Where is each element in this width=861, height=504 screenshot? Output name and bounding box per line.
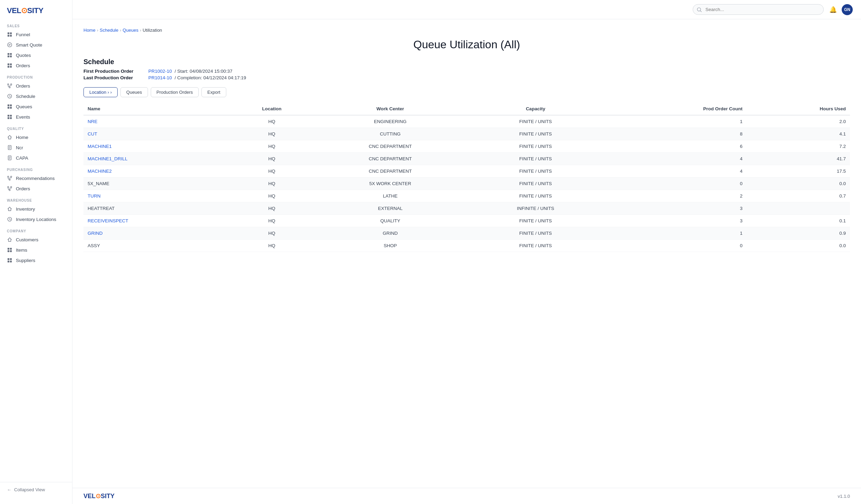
svg-rect-49 <box>8 261 9 262</box>
sidebar-item-label: Inventory Locations <box>16 217 56 222</box>
cell-name[interactable]: NRE <box>83 115 230 128</box>
cell-location: HQ <box>230 165 313 178</box>
cell-prod-order-count: 1 <box>604 115 747 128</box>
sidebar-item-customers[interactable]: Customers <box>0 234 72 245</box>
cell-capacity: FINITE / UNITS <box>467 240 604 252</box>
main-area: 🔔 GN Home › Schedule › Queues › Utilizat… <box>72 0 861 504</box>
cell-hours-used: 2.0 <box>747 115 850 128</box>
sidebar-item-orders[interactable]: Orders <box>0 60 72 71</box>
cell-name: ASSY <box>83 240 230 252</box>
svg-rect-47 <box>8 258 9 260</box>
sidebar-item-label: Orders <box>16 83 30 89</box>
cell-name[interactable]: CUT <box>83 128 230 140</box>
svg-rect-7 <box>8 56 9 57</box>
sidebar-item-recommendations[interactable]: Recommendations <box>0 173 72 183</box>
filter-buttons: Location ›QueuesProduction OrdersExport <box>83 87 850 97</box>
sidebar-item-schedule[interactable]: Schedule <box>0 91 72 101</box>
sidebar-item-quotes[interactable]: Quotes <box>0 50 72 60</box>
cell-name[interactable]: RECEIVEINSPECT <box>83 215 230 227</box>
sidebar-item-purch-orders[interactable]: Orders <box>0 183 72 194</box>
search-input[interactable] <box>693 4 824 15</box>
cell-location: HQ <box>230 153 313 165</box>
breadcrumb-current: Utilization <box>142 28 162 33</box>
cell-name[interactable]: GRIND <box>83 227 230 240</box>
breadcrumb-schedule[interactable]: Schedule <box>100 28 118 33</box>
sidebar-logo: VEL⊙SITY <box>0 0 72 19</box>
sidebar-item-suppliers[interactable]: Suppliers <box>0 255 72 265</box>
svg-rect-50 <box>10 261 12 262</box>
svg-point-39 <box>11 187 12 188</box>
collapsed-view-button[interactable]: ← Collapsed View <box>0 482 72 497</box>
sidebar-item-events[interactable]: Events <box>0 112 72 122</box>
table-row: MACHINE1_DRILLHQCNC DEPARTMENTFINITE / U… <box>83 153 850 165</box>
cell-name[interactable]: MACHINE1 <box>83 140 230 153</box>
grid-icon <box>7 114 12 120</box>
link-machine1[interactable]: MACHINE1 <box>88 144 112 149</box>
first-order-link[interactable]: PR1002-10 <box>148 69 172 74</box>
grid-icon <box>7 104 12 109</box>
cell-work-center: LATHE <box>313 190 467 202</box>
user-avatar[interactable]: GN <box>842 4 853 15</box>
cell-capacity: FINITE / UNITS <box>467 190 604 202</box>
filter-btn-location[interactable]: Location › <box>83 87 118 97</box>
breadcrumb-home[interactable]: Home <box>83 28 96 33</box>
cell-capacity: FINITE / UNITS <box>467 215 604 227</box>
svg-rect-2 <box>8 35 9 37</box>
link-machine1_drill[interactable]: MACHINE1_DRILL <box>88 156 128 161</box>
link-cut[interactable]: CUT <box>88 131 97 137</box>
breadcrumb-sep-3: › <box>140 28 141 33</box>
link-nre[interactable]: NRE <box>88 119 98 124</box>
cell-location: HQ <box>230 190 313 202</box>
search-icon <box>697 7 702 12</box>
sidebar-item-label: Items <box>16 248 27 253</box>
table-row: MACHINE2HQCNC DEPARTMENTFINITE / UNITS41… <box>83 165 850 178</box>
sidebar-item-smart-quote[interactable]: Smart Quote <box>0 40 72 50</box>
table-row: GRINDHQGRINDFINITE / UNITS10.9 <box>83 227 850 240</box>
cell-work-center: CNC DEPARTMENT <box>313 153 467 165</box>
cell-prod-order-count: 8 <box>604 128 747 140</box>
sidebar-item-inventory-locations[interactable]: Inventory Locations <box>0 214 72 224</box>
link-grind[interactable]: GRIND <box>88 231 103 236</box>
svg-rect-10 <box>10 63 12 65</box>
cell-name[interactable]: TURN <box>83 190 230 202</box>
sidebar-item-capa[interactable]: CAPA <box>0 153 72 163</box>
link-machine2[interactable]: MACHINE2 <box>88 169 112 174</box>
sidebar-item-label: Schedule <box>16 94 35 99</box>
cell-hours-used: 0.9 <box>747 227 850 240</box>
sidebar-item-ncr[interactable]: Ncr <box>0 142 72 153</box>
branch-icon <box>7 186 12 191</box>
clock-icon <box>7 93 12 99</box>
sidebar: VEL⊙SITY SALESFunnelSmart QuoteQuotesOrd… <box>0 0 72 504</box>
cell-name[interactable]: MACHINE1_DRILL <box>83 153 230 165</box>
sidebar-item-prod-orders[interactable]: Orders <box>0 81 72 91</box>
sidebar-section-purchasing: PURCHASING <box>0 163 72 173</box>
sidebar-item-inventory[interactable]: Inventory <box>0 204 72 214</box>
page-title: Queue Utilization (All) <box>83 38 850 51</box>
home-icon <box>7 206 12 212</box>
search-bar <box>693 4 824 15</box>
last-order-meta: / Completion: 04/12/2024 04:17:19 <box>175 75 246 80</box>
sidebar-item-queues[interactable]: Queues <box>0 101 72 112</box>
filter-btn-export[interactable]: Export <box>201 87 226 97</box>
sidebar-item-items[interactable]: Items <box>0 245 72 255</box>
link-turn[interactable]: TURN <box>88 193 101 199</box>
filter-btn-production-orders[interactable]: Production Orders <box>151 87 199 97</box>
table-row: TURNHQLATHEFINITE / UNITS20.7 <box>83 190 850 202</box>
svg-rect-24 <box>8 117 9 119</box>
cell-hours-used: 17.5 <box>747 165 850 178</box>
cell-hours-used: 0.7 <box>747 190 850 202</box>
schedule-heading: Schedule <box>83 58 850 66</box>
sidebar-item-funnel[interactable]: Funnel <box>0 29 72 40</box>
link-receiveinspect[interactable]: RECEIVEINSPECT <box>88 218 128 223</box>
cell-name[interactable]: MACHINE2 <box>83 165 230 178</box>
filter-btn-queues[interactable]: Queues <box>120 87 148 97</box>
notification-bell-icon[interactable]: 🔔 <box>829 6 837 13</box>
first-order-meta: / Start: 04/08/2024 15:00:37 <box>175 69 232 74</box>
sidebar-item-quality-home[interactable]: Home <box>0 132 72 142</box>
last-order-link[interactable]: PR1014-10 <box>148 75 172 80</box>
grid-icon <box>7 258 12 263</box>
svg-rect-1 <box>10 32 12 34</box>
breadcrumb-queues[interactable]: Queues <box>123 28 139 33</box>
sidebar-section-quality: QUALITY <box>0 122 72 132</box>
topbar: 🔔 GN <box>72 0 861 19</box>
